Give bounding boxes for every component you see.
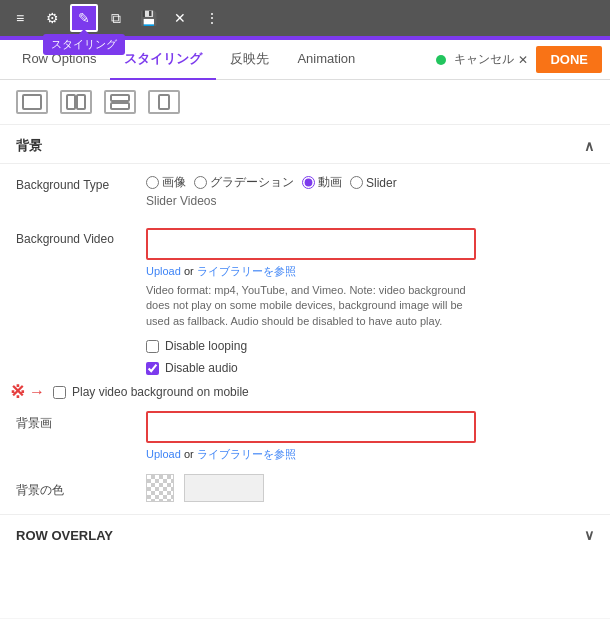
disable-audio-label: Disable audio — [165, 361, 238, 375]
more-icon[interactable]: ⋮ — [198, 4, 226, 32]
green-dot-badge — [436, 55, 446, 65]
color-swatch-checkered[interactable] — [146, 474, 174, 502]
color-display-box[interactable] — [184, 474, 264, 502]
background-image-content: Upload or ライブラリーを参照 — [146, 411, 594, 462]
tab-styling[interactable]: スタイリング — [110, 40, 216, 80]
background-video-label: Background Video — [16, 228, 136, 246]
disable-looping-label: Disable looping — [165, 339, 247, 353]
background-color-row: 背景の色 — [0, 466, 610, 510]
close-icon[interactable]: ✕ — [166, 4, 194, 32]
checkbox-disable-looping[interactable]: Disable looping — [146, 339, 594, 353]
background-video-input[interactable] — [146, 228, 476, 260]
background-section-title: 背景 — [16, 137, 42, 155]
done-button[interactable]: DONE — [536, 46, 602, 73]
layout-split-icon[interactable] — [60, 90, 92, 114]
save-icon[interactable]: 💾 — [134, 4, 162, 32]
svg-rect-2 — [77, 95, 85, 109]
svg-rect-3 — [111, 95, 129, 101]
video-upload-link[interactable]: Upload — [146, 265, 181, 277]
bg-image-upload-link[interactable]: Upload — [146, 448, 181, 460]
radio-video-input[interactable] — [302, 176, 315, 189]
background-type-radio-group: 画像 グラデーション 動画 Slider — [146, 174, 594, 191]
annotation-x-symbol: ※ — [10, 381, 25, 403]
gear-icon[interactable]: ⚙ — [38, 4, 66, 32]
svg-rect-4 — [111, 103, 129, 109]
background-video-row: Background Video Upload or ライブラリーを参照 Vid… — [0, 218, 610, 385]
pencil-icon[interactable]: ✎ — [70, 4, 98, 32]
cancel-x-icon[interactable]: ✕ — [518, 53, 528, 67]
annotation-arrow-symbol: → — [29, 383, 45, 401]
annotation-row: ※ → Play video background on mobile — [0, 381, 610, 403]
tooltip-styling: スタイリング — [43, 34, 125, 55]
main-content: 背景 Background Type 画像 グラデーション 動画 — [0, 125, 610, 618]
layout-full-icon[interactable] — [16, 90, 48, 114]
radio-gradient-label: グラデーション — [210, 174, 294, 191]
slider-videos-text: Slider Videos — [146, 194, 594, 208]
radio-image-input[interactable] — [146, 176, 159, 189]
radio-video-label: 動画 — [318, 174, 342, 191]
checkbox-play-on-mobile[interactable]: Play video background on mobile — [53, 385, 249, 399]
radio-slider-label: Slider — [366, 176, 397, 190]
bg-image-or-text: or — [184, 448, 194, 460]
bg-image-library-link[interactable]: ライブラリーを参照 — [197, 448, 296, 460]
cancel-label: キャンセル — [454, 51, 514, 68]
background-color-label: 背景の色 — [16, 478, 136, 499]
cancel-button[interactable]: キャンセル ✕ — [446, 51, 536, 68]
video-hint-text: Video format: mp4, YouTube, and Vimeo. N… — [146, 283, 476, 329]
svg-rect-0 — [23, 95, 41, 109]
hamburger-icon[interactable]: ≡ — [6, 4, 34, 32]
disable-audio-checkbox[interactable] — [146, 362, 159, 375]
checkbox-disable-audio[interactable]: Disable audio — [146, 361, 594, 375]
layout-mobile-icon[interactable] — [148, 90, 180, 114]
svg-rect-1 — [67, 95, 75, 109]
row-overlay-section-header: ROW OVERLAY — [0, 514, 610, 555]
background-type-label: Background Type — [16, 174, 136, 192]
play-on-mobile-checkbox[interactable] — [53, 386, 66, 399]
copy-icon[interactable]: ⧉ — [102, 4, 130, 32]
background-image-label: 背景画 — [16, 411, 136, 432]
background-section-header: 背景 — [0, 125, 610, 164]
svg-rect-5 — [159, 95, 169, 109]
background-image-input[interactable] — [146, 411, 476, 443]
video-checkbox-group: Disable looping Disable audio — [146, 339, 594, 375]
background-image-row: 背景画 Upload or ライブラリーを参照 — [0, 407, 610, 466]
radio-image-label: 画像 — [162, 174, 186, 191]
tab-haneiaki[interactable]: 反映先 — [216, 40, 283, 80]
video-or-text: or — [184, 265, 194, 277]
bg-image-upload-link-row: Upload or ライブラリーを参照 — [146, 447, 594, 462]
row-overlay-toggle[interactable] — [584, 527, 594, 543]
background-section-toggle[interactable] — [584, 138, 594, 154]
row-overlay-title: ROW OVERLAY — [16, 528, 113, 543]
video-upload-link-row: Upload or ライブラリーを参照 — [146, 264, 594, 279]
radio-gradient[interactable]: グラデーション — [194, 174, 294, 191]
layout-icons-row — [0, 80, 610, 125]
tab-animation[interactable]: Animation — [283, 40, 369, 80]
radio-slider-input[interactable] — [350, 176, 363, 189]
layout-thirds-icon[interactable] — [104, 90, 136, 114]
background-type-row: Background Type 画像 グラデーション 動画 Slider — [0, 164, 610, 218]
radio-gradient-input[interactable] — [194, 176, 207, 189]
radio-video[interactable]: 動画 — [302, 174, 342, 191]
background-video-content: Upload or ライブラリーを参照 Video format: mp4, Y… — [146, 228, 594, 375]
radio-image[interactable]: 画像 — [146, 174, 186, 191]
disable-looping-checkbox[interactable] — [146, 340, 159, 353]
play-on-mobile-label: Play video background on mobile — [72, 385, 249, 399]
video-library-link[interactable]: ライブラリーを参照 — [197, 265, 296, 277]
background-type-content: 画像 グラデーション 動画 Slider Slider Videos — [146, 174, 594, 208]
toolbar: ≡ ⚙ ✎ スタイリング ⧉ 💾 ✕ ⋮ — [0, 0, 610, 36]
radio-slider[interactable]: Slider — [350, 176, 397, 190]
